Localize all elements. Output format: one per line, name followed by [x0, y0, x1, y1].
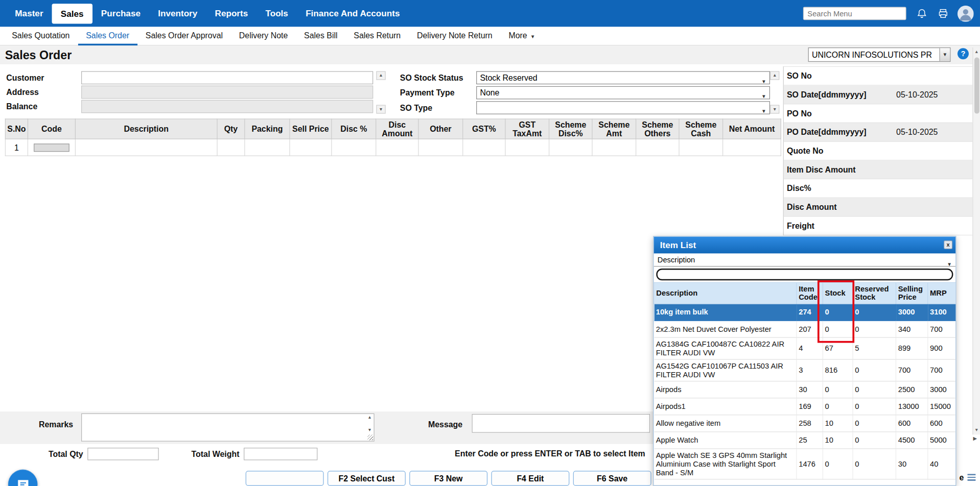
scroll-down-icon[interactable]: ▼ [376, 105, 385, 113]
payment-type-select[interactable]: None ▼ [476, 86, 770, 100]
top-nav-item[interactable]: Reports [206, 0, 256, 27]
scroll-down-icon[interactable]: ▼ [366, 428, 373, 432]
function-button[interactable] [246, 471, 324, 485]
summary-row: Item Disc Amount [784, 160, 972, 179]
chat-fab-button[interactable] [8, 470, 37, 486]
item-mrp: 3000 [928, 381, 956, 398]
item-description: AG1542G CAF101067P CA11503 AIR FILTER AU… [654, 359, 797, 381]
scroll-down-icon[interactable]: ▼ [973, 426, 980, 434]
order-items-column-header: Packing [245, 119, 290, 139]
item-row[interactable]: 2x2.3m Net Duvet Cover Polyester 207 0 0… [654, 321, 956, 337]
item-list-column-header: MRP [928, 282, 956, 304]
top-nav-item[interactable]: Finance And Accounts [297, 0, 409, 27]
item-reserved-stock: 0 [853, 449, 896, 479]
top-nav-item[interactable]: Purchase [92, 0, 149, 27]
sub-nav-tab[interactable]: Sales Bill [296, 27, 345, 46]
customer-block-scrollbar: ▲ ▼ [376, 71, 385, 113]
item-row[interactable]: AG1542G CAF101067P CA11503 AIR FILTER AU… [654, 359, 956, 381]
scroll-up-icon[interactable]: ▲ [973, 48, 980, 56]
tab-more[interactable]: More▼ [501, 27, 544, 46]
tab-more-label: More [508, 31, 527, 40]
total-weight-input[interactable] [244, 448, 317, 460]
item-selling-price: 30 [896, 449, 927, 479]
item-stock: 67 [823, 337, 853, 359]
scroll-up-icon[interactable]: ▲ [376, 71, 385, 80]
top-nav-item[interactable]: Sales [52, 4, 92, 23]
sub-nav-tab[interactable]: Sales Return [345, 27, 409, 46]
textarea-scrollbar: ▲ ▼ [366, 415, 373, 432]
user-avatar[interactable] [958, 5, 974, 21]
balance-input[interactable] [81, 100, 373, 113]
close-icon[interactable]: x [944, 240, 952, 249]
item-description: Allow negative item [654, 415, 797, 432]
scroll-up-icon[interactable]: ▲ [366, 415, 373, 419]
item-entry-hint: Enter Code or press ENTER or TAB to sele… [412, 449, 687, 458]
item-description: Apple Watch SE 3 GPS 40mm Starlight Alum… [654, 449, 797, 479]
chevron-down-icon: ▼ [530, 34, 535, 39]
order-summary-panel: SO No SO Date[ddmmyyyy] 05-10-2025 PO No… [783, 66, 973, 235]
item-reserved-stock: 0 [853, 304, 896, 321]
summary-row-label: PO No [784, 109, 896, 118]
top-nav-item[interactable]: Master [6, 0, 52, 27]
item-stock: 0 [823, 304, 853, 321]
message-input[interactable] [472, 414, 650, 433]
top-nav-item[interactable]: Inventory [149, 0, 206, 27]
item-row[interactable]: Apple Watch SE 3 GPS 40mm Starlight Alum… [654, 449, 956, 479]
top-nav-item[interactable]: Tools [256, 0, 297, 27]
scroll-up-icon[interactable]: ▲ [770, 71, 779, 80]
scroll-down-icon[interactable]: ▼ [770, 105, 779, 113]
company-select[interactable]: UNICORN INFOSOLUTIONS PR ▼ [808, 47, 951, 62]
item-list-filter-select[interactable]: Description ▼ [654, 254, 955, 267]
sub-nav-tab[interactable]: Delivery Note [231, 27, 296, 46]
item-row[interactable]: Allow negative item 258 10 0 600 600 [654, 415, 956, 432]
summary-row-value[interactable]: 05-10-2025 [896, 128, 972, 137]
sub-nav-tab[interactable]: Delivery Note Return [409, 27, 500, 46]
item-mrp: 700 [928, 359, 956, 381]
customer-input[interactable] [81, 71, 373, 84]
so-type-select[interactable]: ▼ [476, 101, 770, 114]
item-selling-price: 700 [896, 359, 927, 381]
function-button[interactable]: F4 Edit [491, 471, 569, 485]
item-search-input[interactable] [656, 269, 953, 280]
list-icon [968, 474, 976, 480]
item-list-column-header: Stock [823, 282, 853, 304]
item-code: 25 [797, 432, 823, 449]
item-code: 30 [797, 381, 823, 398]
page-vertical-scrollbar[interactable]: ▲ ▼ [972, 47, 980, 434]
help-icon[interactable]: ? [958, 48, 969, 59]
function-button[interactable]: F3 New [409, 471, 487, 485]
item-row[interactable]: 10kg item bulk 274 0 0 3000 3100 [654, 304, 956, 321]
total-qty-input[interactable] [87, 448, 158, 460]
function-button[interactable]: F6 Save [573, 471, 651, 485]
resize-handle-icon[interactable] [367, 434, 373, 440]
print-icon[interactable] [938, 8, 949, 19]
top-nav-items: MasterSalesPurchaseInventoryReportsTools… [6, 0, 408, 27]
address-input[interactable] [81, 86, 373, 99]
sub-nav-tab[interactable]: Sales Order Approval [137, 27, 231, 46]
sub-nav-tab[interactable]: Sales Order [78, 27, 137, 46]
notifications-bell-icon[interactable] [916, 8, 927, 19]
function-button[interactable]: F2 Select Cust [328, 471, 406, 485]
item-selling-price: 600 [896, 415, 927, 432]
scroll-right-icon[interactable]: ▶ [971, 434, 979, 443]
so-stock-status-value: Stock Reserved [480, 73, 537, 82]
item-row[interactable]: Apple Watch 25 10 0 4500 5000 [654, 432, 956, 449]
summary-row-value[interactable]: 05-10-2025 [896, 90, 972, 99]
order-items-column-header: GST% [463, 119, 505, 139]
so-stock-status-select[interactable]: Stock Reserved ▼ [476, 71, 770, 84]
item-row[interactable]: Airpods1 169 0 0 13000 15000 [654, 398, 956, 415]
chevron-down-icon[interactable]: ▼ [939, 48, 950, 61]
item-stock: 0 [823, 321, 853, 337]
item-code: 169 [797, 398, 823, 415]
search-input[interactable] [803, 7, 906, 20]
title-bar: Sales Order UNICORN INFOSOLUTIONS PR ▼ ? [0, 45, 980, 64]
item-row[interactable]: AG1384G CAF100487C CA10822 AIR FILTER AU… [654, 337, 956, 359]
code-input[interactable] [34, 143, 69, 152]
remarks-textarea[interactable]: ▲ ▼ [81, 414, 375, 442]
customer-label: Customer [6, 72, 44, 84]
sub-nav-tab[interactable]: Sales Quotation [4, 27, 78, 46]
item-row[interactable]: Airpods 30 0 0 2500 3000 [654, 381, 956, 398]
summary-row: Quote No [784, 142, 972, 161]
cut-off-button[interactable]: e [960, 473, 976, 482]
scrollbar-thumb[interactable] [974, 58, 979, 114]
